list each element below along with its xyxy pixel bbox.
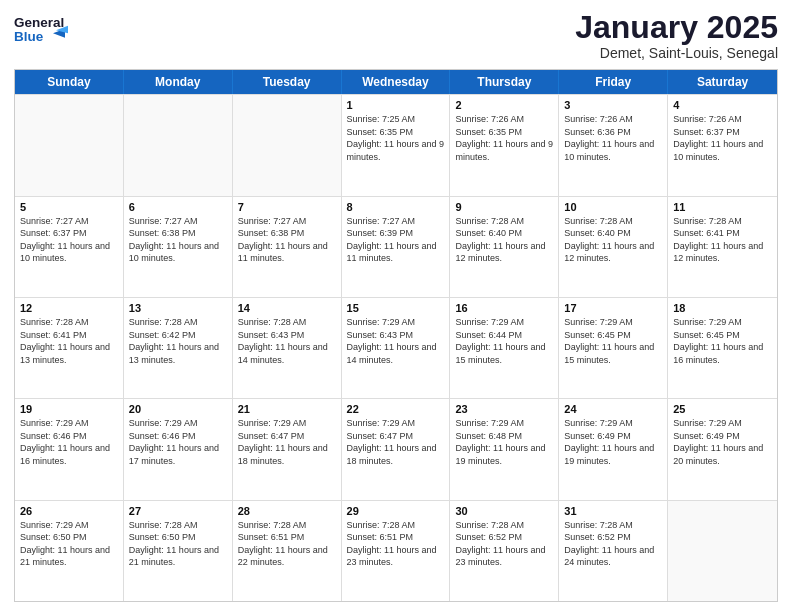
header-sunday: Sunday: [15, 70, 124, 94]
day-2: 2Sunrise: 7:26 AM Sunset: 6:35 PM Daylig…: [450, 95, 559, 195]
day-number: 26: [20, 505, 118, 517]
day-info: Sunrise: 7:28 AM Sunset: 6:42 PM Dayligh…: [129, 316, 227, 366]
day-info: Sunrise: 7:29 AM Sunset: 6:50 PM Dayligh…: [20, 519, 118, 569]
day-info: Sunrise: 7:29 AM Sunset: 6:47 PM Dayligh…: [238, 417, 336, 467]
day-number: 18: [673, 302, 772, 314]
week-row-4: 26Sunrise: 7:29 AM Sunset: 6:50 PM Dayli…: [15, 500, 777, 601]
day-18: 18Sunrise: 7:29 AM Sunset: 6:45 PM Dayli…: [668, 298, 777, 398]
day-14: 14Sunrise: 7:28 AM Sunset: 6:43 PM Dayli…: [233, 298, 342, 398]
day-number: 10: [564, 201, 662, 213]
day-number: 16: [455, 302, 553, 314]
day-8: 8Sunrise: 7:27 AM Sunset: 6:39 PM Daylig…: [342, 197, 451, 297]
day-number: 31: [564, 505, 662, 517]
week-row-3: 19Sunrise: 7:29 AM Sunset: 6:46 PM Dayli…: [15, 398, 777, 499]
day-number: 13: [129, 302, 227, 314]
day-29: 29Sunrise: 7:28 AM Sunset: 6:51 PM Dayli…: [342, 501, 451, 601]
week-row-2: 12Sunrise: 7:28 AM Sunset: 6:41 PM Dayli…: [15, 297, 777, 398]
day-info: Sunrise: 7:28 AM Sunset: 6:52 PM Dayligh…: [564, 519, 662, 569]
day-number: 1: [347, 99, 445, 111]
day-number: 9: [455, 201, 553, 213]
day-info: Sunrise: 7:29 AM Sunset: 6:49 PM Dayligh…: [673, 417, 772, 467]
day-number: 27: [129, 505, 227, 517]
day-info: Sunrise: 7:26 AM Sunset: 6:36 PM Dayligh…: [564, 113, 662, 163]
svg-text:General: General: [14, 15, 64, 30]
day-info: Sunrise: 7:29 AM Sunset: 6:49 PM Dayligh…: [564, 417, 662, 467]
day-info: Sunrise: 7:29 AM Sunset: 6:46 PM Dayligh…: [20, 417, 118, 467]
week-row-0: 1Sunrise: 7:25 AM Sunset: 6:35 PM Daylig…: [15, 94, 777, 195]
day-info: Sunrise: 7:28 AM Sunset: 6:40 PM Dayligh…: [455, 215, 553, 265]
title-block: January 2025 Demet, Saint-Louis, Senegal: [575, 10, 778, 61]
header-saturday: Saturday: [668, 70, 777, 94]
day-number: 28: [238, 505, 336, 517]
day-info: Sunrise: 7:29 AM Sunset: 6:47 PM Dayligh…: [347, 417, 445, 467]
day-info: Sunrise: 7:27 AM Sunset: 6:38 PM Dayligh…: [238, 215, 336, 265]
calendar-title: January 2025: [575, 10, 778, 45]
header-friday: Friday: [559, 70, 668, 94]
day-info: Sunrise: 7:28 AM Sunset: 6:41 PM Dayligh…: [673, 215, 772, 265]
page: General Blue January 2025 Demet, Saint-L…: [0, 0, 792, 612]
day-number: 7: [238, 201, 336, 213]
header-monday: Monday: [124, 70, 233, 94]
day-4: 4Sunrise: 7:26 AM Sunset: 6:37 PM Daylig…: [668, 95, 777, 195]
day-number: 20: [129, 403, 227, 415]
day-24: 24Sunrise: 7:29 AM Sunset: 6:49 PM Dayli…: [559, 399, 668, 499]
day-number: 4: [673, 99, 772, 111]
day-number: 15: [347, 302, 445, 314]
day-21: 21Sunrise: 7:29 AM Sunset: 6:47 PM Dayli…: [233, 399, 342, 499]
day-number: 17: [564, 302, 662, 314]
day-info: Sunrise: 7:28 AM Sunset: 6:51 PM Dayligh…: [238, 519, 336, 569]
header-thursday: Thursday: [450, 70, 559, 94]
day-number: 23: [455, 403, 553, 415]
day-6: 6Sunrise: 7:27 AM Sunset: 6:38 PM Daylig…: [124, 197, 233, 297]
day-number: 30: [455, 505, 553, 517]
day-info: Sunrise: 7:29 AM Sunset: 6:45 PM Dayligh…: [564, 316, 662, 366]
day-1: 1Sunrise: 7:25 AM Sunset: 6:35 PM Daylig…: [342, 95, 451, 195]
day-13: 13Sunrise: 7:28 AM Sunset: 6:42 PM Dayli…: [124, 298, 233, 398]
day-info: Sunrise: 7:28 AM Sunset: 6:51 PM Dayligh…: [347, 519, 445, 569]
day-number: 29: [347, 505, 445, 517]
day-number: 14: [238, 302, 336, 314]
calendar-subtitle: Demet, Saint-Louis, Senegal: [575, 45, 778, 61]
day-info: Sunrise: 7:29 AM Sunset: 6:43 PM Dayligh…: [347, 316, 445, 366]
day-16: 16Sunrise: 7:29 AM Sunset: 6:44 PM Dayli…: [450, 298, 559, 398]
day-number: 2: [455, 99, 553, 111]
day-number: 21: [238, 403, 336, 415]
day-number: 22: [347, 403, 445, 415]
header-wednesday: Wednesday: [342, 70, 451, 94]
day-info: Sunrise: 7:27 AM Sunset: 6:39 PM Dayligh…: [347, 215, 445, 265]
day-info: Sunrise: 7:28 AM Sunset: 6:50 PM Dayligh…: [129, 519, 227, 569]
day-info: Sunrise: 7:28 AM Sunset: 6:41 PM Dayligh…: [20, 316, 118, 366]
empty-cell-0-0: [15, 95, 124, 195]
day-17: 17Sunrise: 7:29 AM Sunset: 6:45 PM Dayli…: [559, 298, 668, 398]
day-info: Sunrise: 7:29 AM Sunset: 6:48 PM Dayligh…: [455, 417, 553, 467]
day-number: 19: [20, 403, 118, 415]
day-number: 5: [20, 201, 118, 213]
day-22: 22Sunrise: 7:29 AM Sunset: 6:47 PM Dayli…: [342, 399, 451, 499]
day-info: Sunrise: 7:29 AM Sunset: 6:45 PM Dayligh…: [673, 316, 772, 366]
header-tuesday: Tuesday: [233, 70, 342, 94]
day-28: 28Sunrise: 7:28 AM Sunset: 6:51 PM Dayli…: [233, 501, 342, 601]
calendar-body: 1Sunrise: 7:25 AM Sunset: 6:35 PM Daylig…: [15, 94, 777, 601]
day-20: 20Sunrise: 7:29 AM Sunset: 6:46 PM Dayli…: [124, 399, 233, 499]
day-25: 25Sunrise: 7:29 AM Sunset: 6:49 PM Dayli…: [668, 399, 777, 499]
day-number: 8: [347, 201, 445, 213]
svg-text:Blue: Blue: [14, 29, 44, 44]
day-number: 3: [564, 99, 662, 111]
day-19: 19Sunrise: 7:29 AM Sunset: 6:46 PM Dayli…: [15, 399, 124, 499]
day-26: 26Sunrise: 7:29 AM Sunset: 6:50 PM Dayli…: [15, 501, 124, 601]
calendar: Sunday Monday Tuesday Wednesday Thursday…: [14, 69, 778, 602]
day-31: 31Sunrise: 7:28 AM Sunset: 6:52 PM Dayli…: [559, 501, 668, 601]
empty-cell-0-2: [233, 95, 342, 195]
day-info: Sunrise: 7:28 AM Sunset: 6:40 PM Dayligh…: [564, 215, 662, 265]
day-info: Sunrise: 7:25 AM Sunset: 6:35 PM Dayligh…: [347, 113, 445, 163]
logo-svg: General Blue: [14, 10, 74, 46]
day-info: Sunrise: 7:27 AM Sunset: 6:38 PM Dayligh…: [129, 215, 227, 265]
day-30: 30Sunrise: 7:28 AM Sunset: 6:52 PM Dayli…: [450, 501, 559, 601]
day-5: 5Sunrise: 7:27 AM Sunset: 6:37 PM Daylig…: [15, 197, 124, 297]
day-info: Sunrise: 7:27 AM Sunset: 6:37 PM Dayligh…: [20, 215, 118, 265]
day-info: Sunrise: 7:28 AM Sunset: 6:43 PM Dayligh…: [238, 316, 336, 366]
day-23: 23Sunrise: 7:29 AM Sunset: 6:48 PM Dayli…: [450, 399, 559, 499]
day-10: 10Sunrise: 7:28 AM Sunset: 6:40 PM Dayli…: [559, 197, 668, 297]
day-7: 7Sunrise: 7:27 AM Sunset: 6:38 PM Daylig…: [233, 197, 342, 297]
day-3: 3Sunrise: 7:26 AM Sunset: 6:36 PM Daylig…: [559, 95, 668, 195]
